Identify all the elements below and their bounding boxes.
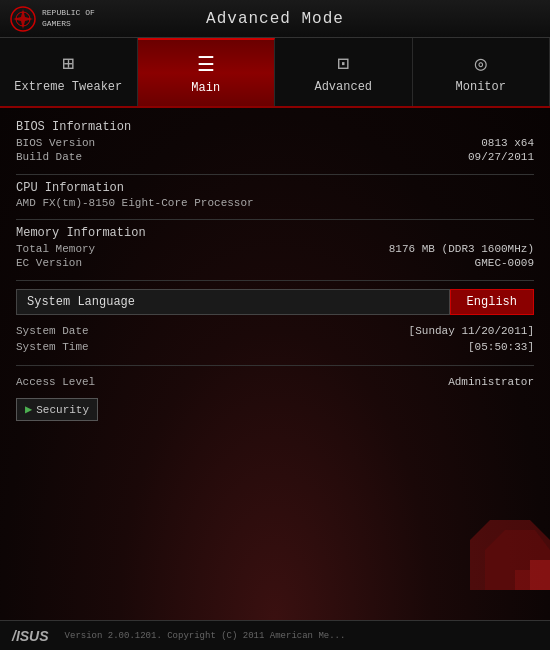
memory-section: Memory Information Total Memory 8176 MB … (16, 226, 534, 270)
bios-section-title: BIOS Information (16, 120, 534, 134)
datetime-section: System Date [Sunday 11/20/2011] System T… (16, 323, 534, 355)
memory-total-value: 8176 MB (DDR3 1600MHz) (389, 243, 534, 255)
advanced-icon: ⊡ (337, 51, 349, 76)
bios-section: BIOS Information BIOS Version 0813 x64 B… (16, 120, 534, 164)
divider-1 (16, 174, 534, 175)
header: REPUBLIC OF GAMERS Advanced Mode (0, 0, 550, 38)
security-arrow-icon: ▶ (25, 402, 32, 417)
security-label: Security (36, 404, 89, 416)
svg-marker-2 (13, 9, 33, 29)
memory-ec-label: EC Version (16, 257, 82, 269)
extreme-tweaker-icon: ⊞ (62, 51, 74, 76)
header-title: Advanced Mode (206, 10, 344, 28)
access-value: Administrator (448, 376, 534, 388)
cpu-section-title: CPU Information (16, 181, 534, 195)
tab-advanced[interactable]: ⊡ Advanced (275, 38, 413, 106)
rog-icon (8, 4, 38, 34)
security-button[interactable]: ▶ Security (16, 398, 98, 421)
footer-version-text: Version 2.00.1201. Copyright (C) 2011 Am… (65, 631, 538, 641)
tab-main[interactable]: ☰ Main (138, 38, 276, 106)
cpu-section: CPU Information AMD FX(tm)-8150 Eight-Co… (16, 181, 534, 209)
language-value[interactable]: English (450, 289, 534, 315)
bios-version-value: 0813 x64 (481, 137, 534, 149)
tab-monitor-label: Monitor (456, 80, 506, 94)
memory-section-title: Memory Information (16, 226, 534, 240)
tab-extreme-tweaker[interactable]: ⊞ Extreme Tweaker (0, 38, 138, 106)
divider-2 (16, 219, 534, 220)
divider-3 (16, 280, 534, 281)
access-row: Access Level Administrator (16, 372, 534, 392)
bios-date-label: Build Date (16, 151, 82, 163)
footer: /ISUS Version 2.00.1201. Copyright (C) 2… (0, 620, 550, 650)
access-label: Access Level (16, 376, 95, 388)
tab-advanced-label: Advanced (314, 80, 372, 94)
nav-tabs: ⊞ Extreme Tweaker ☰ Main ⊡ Advanced ◎ Mo… (0, 38, 550, 108)
tab-main-label: Main (191, 81, 220, 95)
tab-extreme-tweaker-label: Extreme Tweaker (14, 80, 122, 94)
bios-date-row: Build Date 09/27/2011 (16, 150, 534, 164)
time-value: [05:50:33] (468, 341, 534, 353)
tab-monitor[interactable]: ◎ Monitor (413, 38, 551, 106)
svg-marker-4 (485, 530, 550, 590)
svg-marker-3 (470, 520, 550, 590)
time-label: System Time (16, 341, 89, 353)
bios-version-row: BIOS Version 0813 x64 (16, 136, 534, 150)
rog-text: REPUBLIC OF GAMERS (42, 8, 95, 29)
bios-date-value: 09/27/2011 (468, 151, 534, 163)
date-value: [Sunday 11/20/2011] (409, 325, 534, 337)
memory-total-row: Total Memory 8176 MB (DDR3 1600MHz) (16, 242, 534, 256)
asus-logo: /ISUS (12, 628, 49, 644)
corner-decoration (470, 520, 550, 590)
date-row: System Date [Sunday 11/20/2011] (16, 323, 534, 339)
language-label: System Language (16, 289, 450, 315)
svg-rect-6 (515, 570, 530, 590)
memory-ec-row: EC Version GMEC-0009 (16, 256, 534, 270)
bios-version-label: BIOS Version (16, 137, 95, 149)
divider-4 (16, 365, 534, 366)
cpu-name: AMD FX(tm)-8150 Eight-Core Processor (16, 197, 534, 209)
main-icon: ☰ (197, 52, 215, 77)
memory-ec-value: GMEC-0009 (475, 257, 534, 269)
time-row: System Time [05:50:33] (16, 339, 534, 355)
svg-rect-5 (530, 560, 550, 590)
monitor-icon: ◎ (475, 51, 487, 76)
content-area: BIOS Information BIOS Version 0813 x64 B… (0, 108, 550, 620)
date-label: System Date (16, 325, 89, 337)
memory-total-label: Total Memory (16, 243, 95, 255)
language-row: System Language English (16, 289, 534, 315)
rog-logo: REPUBLIC OF GAMERS (8, 4, 95, 34)
